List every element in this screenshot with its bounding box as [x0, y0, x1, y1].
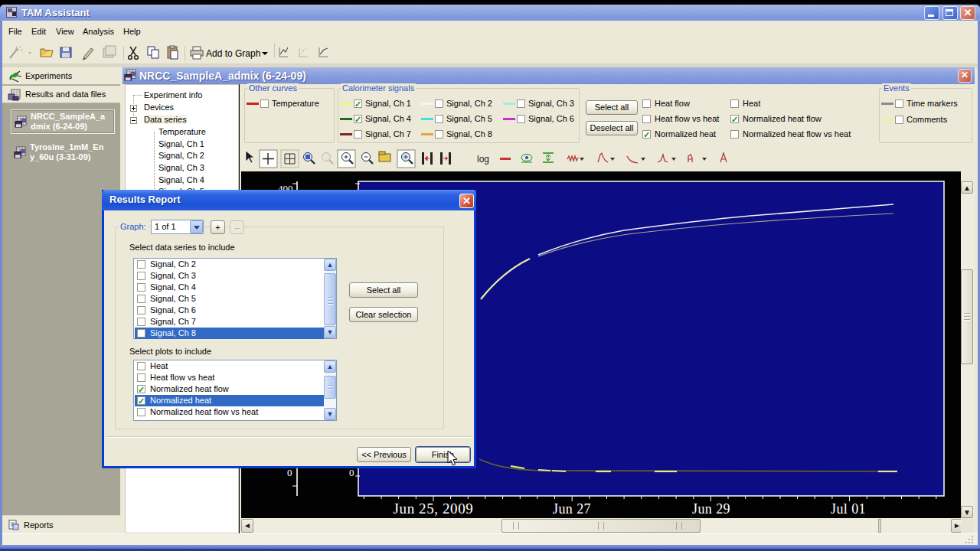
svg-text:log: log — [477, 154, 489, 165]
svg-text:Jun 25, 2009: Jun 25, 2009 — [394, 500, 474, 517]
svg-text:Jun 29: Jun 29 — [692, 501, 730, 517]
svg-text:Jun 27: Jun 27 — [553, 501, 591, 517]
svg-text:0: 0 — [349, 467, 354, 478]
svg-text:Jul 01: Jul 01 — [831, 501, 866, 517]
svg-text:0: 0 — [287, 467, 292, 478]
